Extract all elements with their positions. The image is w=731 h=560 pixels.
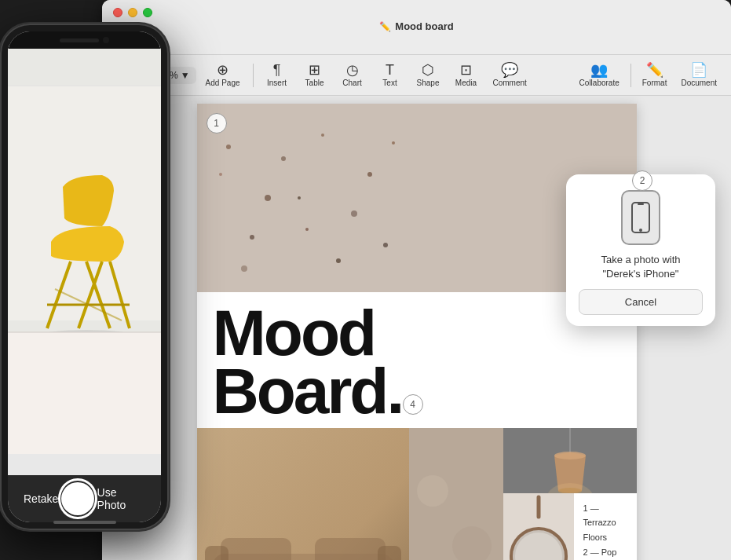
shutter-button[interactable] bbox=[58, 478, 97, 519]
svg-point-6 bbox=[305, 228, 309, 231]
cancel-button[interactable]: Cancel bbox=[579, 289, 703, 315]
page-badge-4: 4 bbox=[403, 394, 423, 415]
document-icon-tb: 📄 bbox=[690, 63, 707, 77]
page-badge-1: 1 bbox=[207, 113, 227, 134]
retake-button[interactable]: Retake bbox=[24, 492, 58, 505]
collaborate-button[interactable]: 👥 Collaborate bbox=[573, 60, 626, 90]
chair-photo bbox=[8, 46, 161, 475]
iphone-photo-popup: Take a photo with"Derek's iPhone" Cancel bbox=[566, 174, 715, 326]
svg-rect-44 bbox=[8, 85, 161, 86]
format-button[interactable]: ✏️ Format bbox=[636, 60, 674, 90]
svg-point-12 bbox=[241, 265, 247, 272]
table-icon: ⊞ bbox=[309, 63, 320, 77]
svg-point-32 bbox=[554, 452, 586, 459]
sofa-image bbox=[197, 428, 409, 560]
svg-rect-21 bbox=[221, 538, 291, 560]
media-label: Media bbox=[455, 79, 477, 87]
shape-label: Shape bbox=[417, 79, 440, 87]
document-button[interactable]: 📄 Document bbox=[674, 60, 723, 90]
iphone-body: Retake Use Photo bbox=[0, 24, 169, 530]
popup-text: Take a photo with"Derek's iPhone" bbox=[601, 253, 680, 281]
list-section: 1 — Terrazzo Floors 2 — Pop Color 3 — Wa… bbox=[574, 493, 637, 560]
svg-point-11 bbox=[336, 258, 341, 263]
insert-button[interactable]: ¶ Insert bbox=[260, 60, 294, 90]
svg-point-10 bbox=[392, 141, 395, 145]
traffic-lights bbox=[102, 0, 731, 20]
collaborate-icon: 👥 bbox=[590, 63, 608, 77]
document-label: Document bbox=[681, 79, 717, 87]
add-page-button[interactable]: ⊕ Add Page bbox=[199, 60, 247, 90]
toolbar: ⊞ View 125% ▼ ⊕ Add Page ¶ Insert ⊞ Tabl… bbox=[102, 55, 731, 96]
toolbar-separator-1 bbox=[253, 64, 254, 87]
toolbar-separator-2 bbox=[630, 64, 631, 87]
svg-point-3 bbox=[321, 134, 324, 137]
bottom-right-area: 4 bbox=[503, 428, 637, 560]
svg-point-4 bbox=[367, 172, 372, 177]
svg-point-2 bbox=[265, 195, 271, 201]
list-item: 2 — Pop Color bbox=[583, 545, 627, 560]
insert-icon: ¶ bbox=[273, 63, 281, 77]
insert-label: Insert bbox=[267, 79, 287, 87]
iphone-device: Retake Use Photo bbox=[0, 24, 188, 558]
media-button[interactable]: ⊡ Media bbox=[448, 60, 483, 90]
text-label: Text bbox=[382, 79, 397, 87]
sofa-area bbox=[197, 428, 409, 560]
svg-rect-23 bbox=[205, 546, 228, 560]
format-icon: ✏️ bbox=[646, 63, 663, 77]
title-row: ✏️ Mood board bbox=[102, 20, 731, 35]
comment-label: Comment bbox=[492, 79, 526, 87]
collaborate-label: Collaborate bbox=[579, 79, 620, 87]
toolbar-right-group: 👥 Collaborate ✏️ Format 📄 Document bbox=[573, 60, 723, 90]
maximize-button[interactable] bbox=[143, 8, 152, 17]
media-icon: ⊡ bbox=[460, 63, 472, 77]
shape-button[interactable]: ⬡ Shape bbox=[411, 60, 446, 90]
svg-point-41 bbox=[639, 229, 642, 232]
chart-button[interactable]: ◷ Chart bbox=[335, 60, 370, 90]
use-photo-button[interactable]: Use Photo bbox=[97, 486, 145, 511]
add-page-icon: ⊕ bbox=[217, 63, 228, 77]
add-page-label: Add Page bbox=[206, 79, 240, 87]
rug-area bbox=[409, 428, 503, 560]
comment-icon: 💬 bbox=[501, 63, 518, 77]
table-button[interactable]: ⊞ Table bbox=[298, 60, 332, 90]
close-button[interactable] bbox=[113, 8, 122, 17]
list-item: 1 — Terrazzo Floors bbox=[583, 501, 627, 545]
bottom-right-bottom: 1 — Terrazzo Floors 2 — Pop Color 3 — Wa… bbox=[503, 493, 637, 560]
svg-point-7 bbox=[351, 210, 357, 217]
canvas-area: 1 bbox=[102, 96, 731, 560]
text-icon: T bbox=[386, 63, 394, 77]
format-label: Format bbox=[642, 79, 667, 87]
list-items: 1 — Terrazzo Floors 2 — Pop Color 3 — Wa… bbox=[583, 501, 627, 560]
svg-point-14 bbox=[383, 243, 388, 247]
phone-icon bbox=[621, 190, 660, 245]
iphone-notch-bar bbox=[8, 31, 161, 49]
bottom-row: 4 bbox=[197, 428, 637, 560]
svg-rect-22 bbox=[315, 538, 386, 560]
minimize-button[interactable] bbox=[128, 8, 137, 17]
iphone-screen: Retake Use Photo bbox=[8, 31, 161, 522]
svg-rect-39 bbox=[632, 203, 649, 232]
svg-point-8 bbox=[219, 173, 222, 176]
text-button[interactable]: T Text bbox=[373, 60, 408, 90]
lamp-image bbox=[503, 428, 637, 493]
svg-rect-40 bbox=[638, 203, 644, 205]
svg-point-26 bbox=[417, 475, 448, 507]
main-window: ✏️ Mood board ⊞ View 125% ▼ ⊕ Add Page ¶… bbox=[102, 0, 731, 560]
svg-point-1 bbox=[226, 145, 231, 149]
window-title: Mood board bbox=[395, 20, 453, 32]
chart-label: Chart bbox=[342, 79, 361, 87]
comment-button[interactable]: 💬 Comment bbox=[486, 60, 532, 90]
svg-point-5 bbox=[250, 235, 254, 240]
chart-icon: ◷ bbox=[346, 63, 359, 77]
svg-rect-24 bbox=[378, 546, 401, 560]
document-icon: ✏️ bbox=[379, 21, 391, 32]
rug-image bbox=[409, 428, 503, 560]
speaker bbox=[60, 38, 99, 42]
mirror-image bbox=[503, 493, 574, 560]
svg-rect-52 bbox=[8, 332, 161, 454]
svg-point-13 bbox=[298, 196, 301, 199]
document-page: 1 bbox=[197, 104, 637, 560]
home-indicator bbox=[53, 521, 116, 524]
titlebar: ✏️ Mood board bbox=[102, 0, 731, 55]
page-badge-2: 2 bbox=[632, 170, 652, 191]
